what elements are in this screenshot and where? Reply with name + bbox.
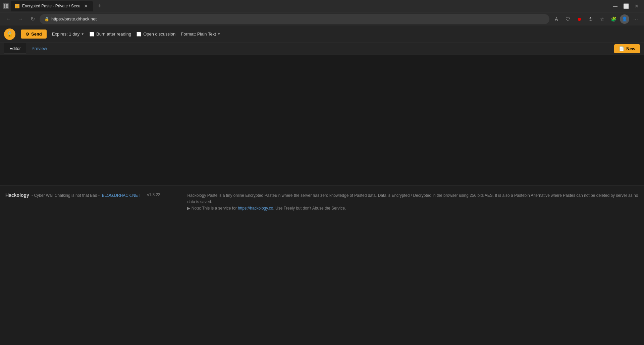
- footer-description: Hackology Paste is a tiny online Encrypt…: [187, 192, 639, 212]
- send-icon: ⊙: [25, 32, 29, 37]
- app-toolbar: 🔒 ⊙ Send Expires: 1 day ▼ Burn after rea…: [0, 25, 644, 43]
- svg-rect-1: [6, 4, 8, 6]
- format-dropdown[interactable]: Format: Plain Text ▼: [181, 32, 220, 37]
- burn-checkbox[interactable]: [90, 32, 94, 37]
- lock-icon: 🔒: [44, 17, 49, 21]
- expires-label: Expires: 1 day: [52, 32, 79, 37]
- editor-tabs: Editor Preview 📄 New: [0, 43, 644, 55]
- clock-icon[interactable]: ⏱: [586, 14, 596, 24]
- active-tab[interactable]: 🔒 Encrypted Paste - Private / Secu ✕: [11, 1, 93, 11]
- recording-icon[interactable]: ⏺: [574, 14, 584, 24]
- expires-arrow-icon: ▼: [81, 32, 84, 36]
- editor-tab[interactable]: Editor: [4, 43, 26, 54]
- translate-icon[interactable]: A: [551, 14, 561, 24]
- profile-button[interactable]: 👤: [620, 14, 629, 24]
- format-arrow-icon: ▼: [217, 32, 221, 36]
- hackology-link[interactable]: https://hackology.co: [238, 206, 273, 211]
- tab-close-button[interactable]: ✕: [83, 3, 89, 9]
- blog-link[interactable]: BLOG.DRHACK.NET: [102, 193, 141, 198]
- expires-dropdown[interactable]: Expires: 1 day ▼: [52, 32, 84, 37]
- discussion-label: Open discussion: [143, 32, 175, 37]
- brand-name: Hackology - Cyber Wall Chalking is not t…: [5, 192, 140, 198]
- tab-title: Encrypted Paste - Private / Secu: [22, 4, 80, 8]
- editor-textarea[interactable]: [0, 55, 644, 186]
- send-button[interactable]: ⊙ Send: [21, 30, 47, 39]
- forward-button[interactable]: →: [15, 14, 25, 24]
- new-tab-button[interactable]: +: [95, 1, 104, 11]
- title-bar: 🔒 Encrypted Paste - Private / Secu ✕ + —…: [0, 0, 644, 12]
- svg-rect-2: [4, 6, 5, 8]
- footer-brand: Hackology - Cyber Wall Chalking is not t…: [5, 192, 140, 198]
- shield-icon[interactable]: 🛡: [563, 14, 573, 24]
- new-icon: 📄: [619, 46, 624, 51]
- send-label: Send: [31, 32, 42, 37]
- burn-label: Burn after reading: [96, 32, 131, 37]
- preview-tab[interactable]: Preview: [26, 43, 52, 54]
- browser-chrome: 🔒 Encrypted Paste - Private / Secu ✕ + —…: [0, 0, 644, 25]
- page-content: 🔒 ⊙ Send Expires: 1 day ▼ Burn after rea…: [0, 25, 644, 345]
- browser-icon: [3, 3, 9, 9]
- close-button[interactable]: ✕: [632, 1, 641, 11]
- refresh-button[interactable]: ↻: [28, 14, 38, 24]
- tab-favicon: 🔒: [15, 4, 19, 8]
- browser-actions: A 🛡 ⏺ ⏱ ☆ 🧩 👤 ⋯: [551, 14, 641, 24]
- new-button[interactable]: 📄 New: [614, 44, 640, 53]
- nav-bar: ← → ↻ 🔒 A 🛡 ⏺ ⏱ ☆ 🧩 👤 ⋯: [0, 12, 644, 25]
- svg-rect-0: [4, 4, 5, 6]
- tab-group: Editor Preview: [4, 43, 52, 54]
- address-bar[interactable]: 🔒: [40, 14, 549, 24]
- star-icon[interactable]: ☆: [597, 14, 607, 24]
- extensions-icon[interactable]: 🧩: [608, 14, 619, 24]
- discussion-checkbox[interactable]: [137, 32, 141, 37]
- svg-rect-3: [6, 6, 8, 8]
- url-input[interactable]: [51, 16, 545, 21]
- maximize-button[interactable]: ⬜: [621, 1, 631, 11]
- brand-tagline: - Cyber Wall Chalking is not that Bad - …: [31, 193, 141, 198]
- burn-after-reading-item[interactable]: Burn after reading: [90, 32, 131, 37]
- new-label: New: [626, 46, 635, 51]
- minimize-button[interactable]: —: [610, 1, 620, 11]
- window-controls: — ⬜ ✕: [610, 1, 641, 11]
- format-label: Format: Plain Text: [181, 32, 216, 37]
- open-discussion-item[interactable]: Open discussion: [137, 32, 175, 37]
- app-logo: 🔒: [4, 28, 15, 40]
- menu-icon[interactable]: ⋯: [631, 14, 641, 24]
- footer: Hackology - Cyber Wall Chalking is not t…: [0, 187, 644, 217]
- back-button[interactable]: ←: [3, 14, 13, 24]
- footer-version: v1.3.22: [147, 192, 180, 197]
